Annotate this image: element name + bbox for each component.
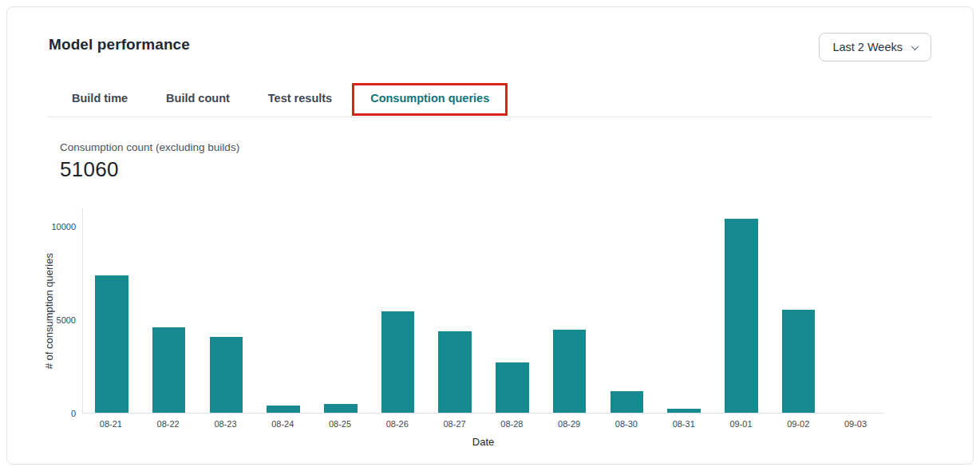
page-title: Model performance: [49, 33, 190, 53]
x-tick-label: 08-21: [82, 414, 140, 429]
x-tick-label: 08-31: [655, 414, 713, 429]
bar-08-27[interactable]: [438, 331, 472, 413]
bar-08-26[interactable]: [381, 311, 415, 413]
y-tick-label: 5000: [57, 315, 76, 325]
bar-08-24[interactable]: [267, 406, 300, 413]
tab-test-results[interactable]: Test results: [268, 82, 332, 117]
bar-08-30[interactable]: [611, 391, 644, 413]
x-tick-label: 08-30: [598, 414, 655, 429]
bar-slot: [541, 208, 599, 413]
y-tick-label: 0: [71, 409, 76, 418]
bar-08-29[interactable]: [553, 330, 587, 413]
bar-slot: [426, 208, 484, 413]
x-tick-label: 08-27: [426, 414, 484, 429]
tab-bar: Build timeBuild countTest resultsConsump…: [47, 82, 931, 117]
bar-09-02[interactable]: [782, 310, 816, 413]
tab-label: Build count: [166, 92, 230, 105]
bar-slot: [770, 208, 828, 413]
bar-08-25[interactable]: [324, 404, 358, 413]
metric-block: Consumption count (excluding builds) 510…: [7, 117, 973, 182]
bar-chart: # of consumption queries 0500010000 08-2…: [42, 208, 973, 448]
bar-slot: [713, 208, 770, 413]
bar-slot: [369, 208, 427, 413]
x-tick-label: 09-02: [769, 414, 827, 429]
metric-value: 51060: [60, 157, 931, 182]
bar-slot: [598, 208, 655, 413]
x-tick-label: 08-28: [483, 414, 540, 429]
y-axis-ticks: 0500010000: [55, 208, 82, 414]
tab-label: Build time: [72, 92, 128, 105]
chevron-down-icon: [911, 42, 919, 50]
y-tick-label: 10000: [51, 222, 76, 232]
x-tick-label: 08-22: [140, 414, 197, 429]
bar-09-01[interactable]: [725, 219, 758, 413]
bar-08-22[interactable]: [152, 327, 186, 413]
bar-slot: [484, 208, 541, 413]
card-header: Model performance Last 2 Weeks: [7, 7, 973, 61]
x-tick-label: 08-26: [369, 414, 426, 429]
bar-08-28[interactable]: [496, 362, 529, 413]
bar-slot: [197, 208, 255, 413]
y-axis-title: # of consumption queries: [43, 253, 55, 369]
bar-slot: [255, 208, 312, 413]
model-performance-card: Model performance Last 2 Weeks Build tim…: [6, 6, 974, 465]
tab-label: Test results: [268, 92, 332, 105]
bar-slot: [83, 208, 140, 413]
bar-08-23[interactable]: [210, 337, 243, 413]
date-range-dropdown[interactable]: Last 2 Weeks: [819, 33, 931, 61]
x-axis-ticks: 08-2108-2208-2308-2408-2508-2608-2708-28…: [82, 414, 884, 429]
tab-build-count[interactable]: Build count: [166, 82, 230, 117]
x-tick-label: 08-29: [540, 414, 598, 429]
bar-08-21[interactable]: [95, 275, 128, 413]
x-tick-label: 08-23: [197, 414, 255, 429]
bar-slot: [312, 208, 369, 413]
bar-slot: [140, 208, 198, 413]
x-axis-title: Date: [82, 436, 884, 448]
bar-slot: [827, 208, 884, 413]
x-tick-label: 09-03: [827, 414, 884, 429]
bar-slot: [655, 208, 713, 413]
plot-area: [82, 208, 884, 414]
tab-label: Consumption queries: [370, 92, 489, 105]
metric-label: Consumption count (excluding builds): [60, 141, 931, 153]
x-tick-label: 08-24: [254, 414, 311, 429]
x-tick-label: 08-25: [311, 414, 369, 429]
date-range-label: Last 2 Weeks: [832, 41, 903, 53]
bar-08-31[interactable]: [667, 409, 701, 413]
tab-consumption-queries[interactable]: Consumption queries: [370, 82, 489, 117]
x-tick-label: 09-01: [713, 414, 770, 429]
tab-build-time[interactable]: Build time: [72, 82, 128, 117]
